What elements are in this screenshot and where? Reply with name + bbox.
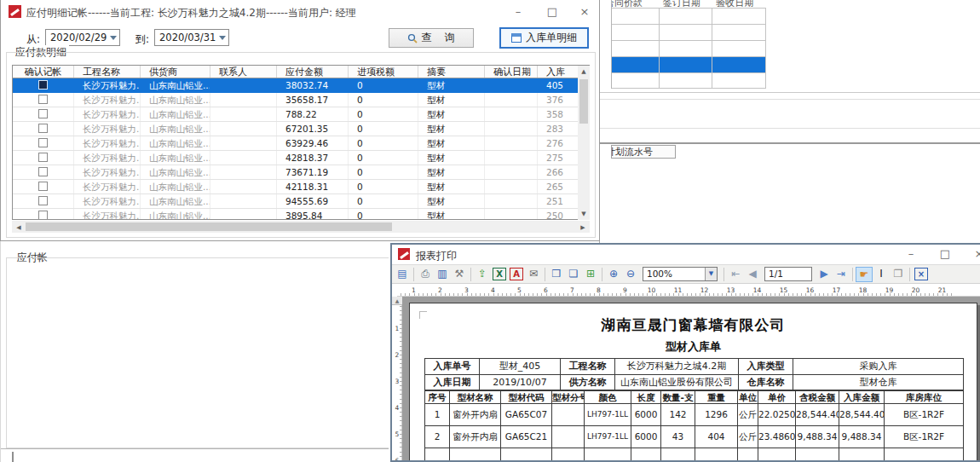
- vertical-scrollbar[interactable]: ▲ ▼: [578, 66, 590, 220]
- separator: [602, 268, 602, 281]
- ruler-number: 12: [691, 285, 718, 296]
- mail-icon[interactable]: ✉: [525, 267, 542, 282]
- column-header: 型材代码: [501, 391, 552, 403]
- column-header[interactable]: 入库: [538, 66, 575, 78]
- from-date-combo[interactable]: 2020/02/29: [45, 29, 120, 46]
- cell-confirm-date: [485, 93, 538, 107]
- zoom-in-icon[interactable]: ⊕: [605, 267, 622, 282]
- window-edge: [1, 448, 389, 449]
- scrollbar-thumb[interactable]: [579, 79, 588, 124]
- chevron-down-icon[interactable]: [110, 36, 117, 40]
- table-row[interactable]: 长沙万科魅力... 山东南山铝业... 67201.35 0 型材 283: [13, 122, 590, 136]
- to-label: 到:: [135, 32, 149, 47]
- multi-page-icon[interactable]: ⊞: [582, 267, 599, 282]
- inbound-detail-button[interactable]: 入库单明细: [499, 27, 589, 49]
- scroll-up-icon[interactable]: ▲: [578, 68, 590, 75]
- ruler-number: 19: [876, 285, 902, 296]
- scroll-left-icon[interactable]: ◀: [14, 224, 23, 231]
- hand-tool-icon[interactable]: ☛: [856, 267, 873, 282]
- page-setup-icon[interactable]: ▤: [394, 267, 411, 282]
- table-row[interactable]: 长沙万科魅力... 山东南山铝业... 42818.37 0 型材 275: [13, 151, 590, 165]
- ruler-number: 20: [902, 285, 929, 296]
- confirm-checkbox[interactable]: [38, 196, 48, 205]
- column-header[interactable]: 确认日期: [485, 66, 538, 78]
- tools-icon[interactable]: ⚒: [451, 267, 468, 282]
- export-icon[interactable]: ⇪: [474, 267, 491, 282]
- table-row[interactable]: [612, 24, 766, 40]
- column-header[interactable]: 联系人: [210, 66, 277, 78]
- window-icon: [511, 33, 522, 43]
- to-date-combo[interactable]: 2020/03/31: [154, 29, 229, 46]
- column-header[interactable]: 进项税额: [349, 66, 418, 78]
- table-row[interactable]: 长沙万科魅力... 山东南山铝业... 42118.31 0 型材 265: [13, 180, 590, 194]
- cell-confirm-date: [485, 151, 538, 165]
- printer-icon[interactable]: ⎙: [417, 267, 434, 282]
- column-header[interactable]: 摘要: [418, 66, 485, 78]
- horizontal-scrollbar[interactable]: ◀ ▶: [12, 221, 590, 233]
- confirm-checkbox[interactable]: [38, 138, 48, 147]
- close-button[interactable]: ×: [572, 3, 597, 20]
- maximize-button[interactable]: □: [539, 3, 565, 20]
- table-row[interactable]: [612, 8, 766, 24]
- table-row[interactable]: 长沙万科魅力... 山东南山铝业... 35658.17 0 型材 376: [13, 93, 590, 107]
- toolbar-nav-back: ⇤◀: [727, 267, 761, 282]
- close-preview-icon[interactable]: ×: [914, 268, 928, 280]
- pdf-icon[interactable]: A: [510, 268, 523, 280]
- main-title-bar[interactable]: 应付明细记帐------当前工程: 长沙万科魅力之城4.2期------当前用户…: [1, 0, 599, 24]
- minimize-button[interactable]: –: [505, 3, 531, 20]
- cell-summary: 型材: [418, 165, 485, 179]
- copy-icon[interactable]: ❐: [890, 267, 907, 282]
- table-row[interactable]: 长沙万科魅力... 山东南山铝业... 788.22 0 型材 358: [13, 107, 590, 122]
- close-button[interactable]: ×: [966, 245, 980, 263]
- table-row[interactable]: 长沙万科魅力... 山东南山铝业... 38032.74 0 型材 405: [13, 78, 590, 93]
- first-page-icon[interactable]: ⇤: [727, 267, 744, 282]
- table-row[interactable]: 长沙万科魅力... 山东南山铝业... 63929.46 0 型材 276: [13, 136, 590, 151]
- confirm-checkbox[interactable]: [38, 124, 48, 133]
- scrollbar-thumb[interactable]: [26, 222, 392, 231]
- table-row[interactable]: 长沙万科魅力... 山东南山铝业... 73671.19 0 型材 266: [13, 165, 590, 180]
- query-button[interactable]: 查 询: [389, 28, 474, 48]
- confirm-checkbox[interactable]: [38, 167, 48, 176]
- cell-confirm-date: [485, 194, 538, 208]
- next-page-icon[interactable]: ▶: [816, 267, 833, 282]
- book-icon[interactable]: ▥: [434, 267, 451, 282]
- table-row[interactable]: [612, 56, 766, 72]
- confirm-checkbox[interactable]: [38, 211, 48, 220]
- cell-amount: 63929.46: [277, 136, 349, 150]
- excel-icon[interactable]: X: [493, 268, 506, 280]
- report-title-bar[interactable]: 报表打印 – □ ×: [392, 245, 980, 264]
- text-select-icon[interactable]: I: [873, 267, 890, 282]
- maximize-button[interactable]: □: [932, 245, 958, 263]
- confirm-checkbox[interactable]: [38, 153, 48, 162]
- column-header[interactable]: 应付金额: [277, 66, 349, 78]
- ruler-number: 14: [744, 285, 770, 296]
- chevron-down-icon[interactable]: ▼: [705, 268, 717, 280]
- table-row[interactable]: 长沙万科魅力... 山东南山铝业... 3895.84 0 型材 250: [13, 209, 590, 220]
- scroll-down-icon[interactable]: ▼: [578, 211, 590, 217]
- column-header[interactable]: 工程名称: [74, 66, 141, 78]
- ruler-corner: ▲: [392, 297, 402, 305]
- confirm-checkbox[interactable]: [38, 95, 48, 104]
- confirm-checkbox[interactable]: [38, 109, 48, 118]
- print-preview-area[interactable]: ▲ 123456 湖南亘晟门窗幕墙有限公司 型材入库单 入库单号型材_405 工…: [392, 297, 980, 460]
- cell-tax: 0: [349, 180, 418, 193]
- confirm-checkbox[interactable]: [38, 182, 48, 191]
- minimize-button[interactable]: –: [898, 245, 924, 263]
- prev-page-icon[interactable]: ◀: [744, 267, 761, 282]
- page-number-box[interactable]: 1/1: [764, 267, 812, 281]
- table-row[interactable]: 长沙万科魅力... 山东南山铝业... 94555.69 0 型材 251: [13, 194, 590, 209]
- table-row[interactable]: [612, 72, 766, 89]
- column-header[interactable]: 供货商: [141, 66, 210, 78]
- chevron-down-icon[interactable]: [219, 36, 226, 40]
- confirm-checkbox[interactable]: [38, 80, 48, 90]
- table-row[interactable]: [612, 40, 766, 56]
- last-page-icon[interactable]: ⇥: [833, 267, 850, 282]
- zoom-combobox[interactable]: 100% ▼: [643, 267, 718, 281]
- detail-row: 1窗外开内扇 GA65C07 LH797-1LL6000 1421296 公斤2…: [424, 404, 964, 426]
- print-layout-icon[interactable]: ❒: [548, 267, 565, 282]
- scroll-right-icon[interactable]: ▶: [579, 224, 587, 231]
- single-page-icon[interactable]: ❏: [565, 267, 582, 282]
- zoom-out-icon[interactable]: ⊖: [622, 267, 639, 282]
- cell-supplier: 山东南山铝业...: [141, 93, 210, 107]
- column-header[interactable]: 确认记帐: [13, 66, 74, 78]
